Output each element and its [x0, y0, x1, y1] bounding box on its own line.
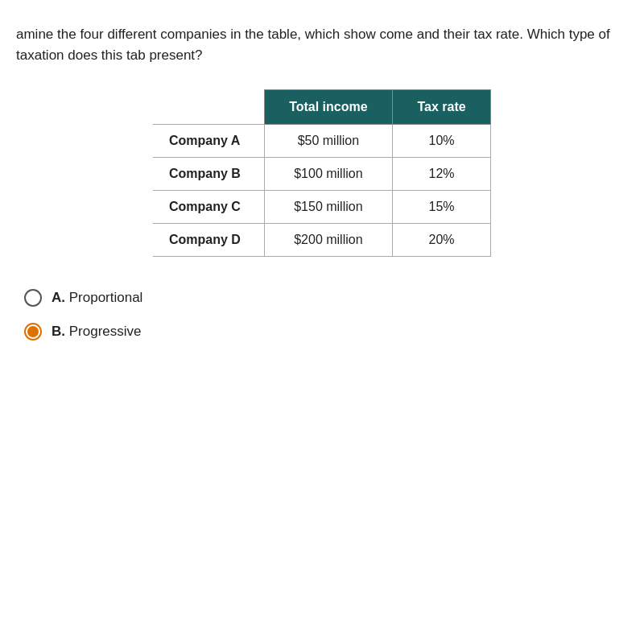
table-row: Company C$150 million15% — [153, 191, 491, 224]
answer-letter: A. — [52, 290, 65, 305]
income-cell: $100 million — [264, 158, 392, 191]
income-cell: $50 million — [264, 125, 392, 158]
data-table: Total income Tax rate Company A$50 milli… — [153, 89, 491, 257]
taxrate-cell: 15% — [393, 191, 491, 224]
radio-inner — [27, 326, 39, 337]
taxrate-cell: 12% — [393, 158, 491, 191]
company-cell: Company A — [153, 125, 264, 158]
question-text: amine the four different companies in th… — [16, 24, 628, 65]
col-header-income: Total income — [264, 90, 392, 125]
answer-label-b: B. Progressive — [52, 324, 141, 340]
taxrate-cell: 10% — [393, 125, 491, 158]
radio-b[interactable] — [24, 323, 42, 341]
taxrate-cell: 20% — [393, 224, 491, 257]
company-cell: Company D — [153, 224, 264, 257]
answer-option-b[interactable]: B. Progressive — [24, 323, 628, 341]
company-cell: Company B — [153, 158, 264, 191]
company-cell: Company C — [153, 191, 264, 224]
radio-a[interactable] — [24, 289, 42, 307]
table-row: Company A$50 million10% — [153, 125, 491, 158]
answer-letter: B. — [52, 324, 65, 339]
col-header-company — [153, 90, 264, 125]
answer-options: A. ProportionalB. Progressive — [16, 289, 628, 341]
col-header-taxrate: Tax rate — [393, 90, 491, 125]
income-cell: $200 million — [264, 224, 392, 257]
answer-label-a: A. Proportional — [52, 290, 142, 306]
answer-option-a[interactable]: A. Proportional — [24, 289, 628, 307]
table-row: Company D$200 million20% — [153, 224, 491, 257]
table-row: Company B$100 million12% — [153, 158, 491, 191]
table-wrapper: Total income Tax rate Company A$50 milli… — [16, 89, 628, 257]
income-cell: $150 million — [264, 191, 392, 224]
